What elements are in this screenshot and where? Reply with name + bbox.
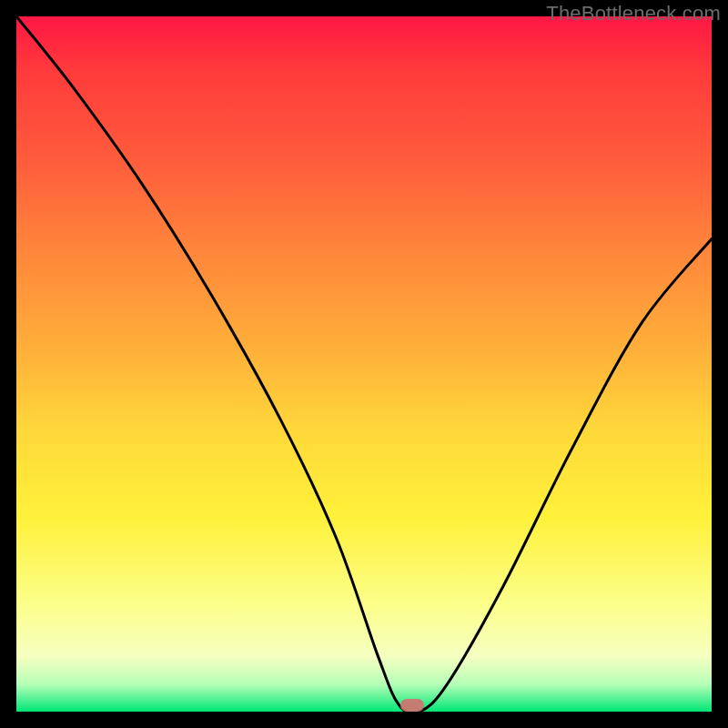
chart-frame: TheBottleneck.com [0,0,728,728]
optimal-marker [400,699,424,712]
plot-area [16,16,712,712]
watermark-label: TheBottleneck.com [546,2,721,25]
bottleneck-curve [16,16,712,712]
